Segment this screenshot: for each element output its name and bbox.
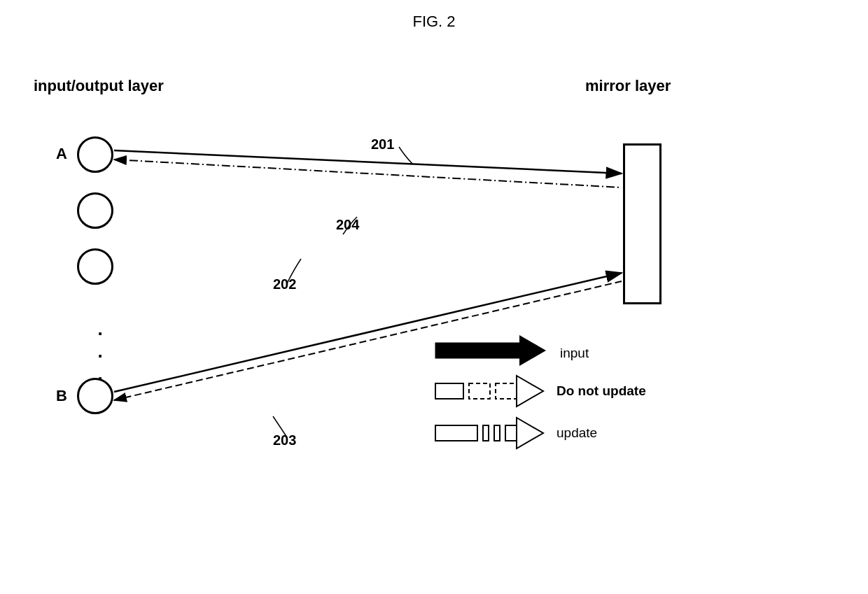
svg-text:input: input <box>560 346 589 360</box>
mirror-layer-rect <box>623 143 662 304</box>
svg-rect-9 <box>435 383 463 399</box>
label-202: 202 <box>273 276 296 292</box>
svg-rect-11 <box>496 383 517 399</box>
fig-title: FIG. 2 <box>412 13 455 31</box>
label-203: 203 <box>273 432 296 448</box>
svg-rect-14 <box>435 425 477 441</box>
svg-marker-7 <box>519 335 546 366</box>
svg-rect-6 <box>435 343 519 358</box>
diagram-container: FIG. 2 input/output layer mirror layer A… <box>0 0 868 594</box>
svg-text:update: update <box>556 425 597 440</box>
svg-rect-17 <box>505 425 517 441</box>
node-a-circle <box>77 136 113 173</box>
node-3-circle <box>77 248 113 285</box>
svg-line-2 <box>114 150 622 174</box>
svg-line-3 <box>114 160 622 188</box>
node-2-circle <box>77 192 113 229</box>
mirror-layer-label: mirror layer <box>585 77 671 95</box>
svg-rect-10 <box>469 383 490 399</box>
label-201: 201 <box>371 136 394 153</box>
svg-marker-12 <box>517 376 543 406</box>
svg-line-4 <box>114 273 622 392</box>
dots-label: ... <box>91 318 109 386</box>
node-b-label: B <box>56 387 67 405</box>
svg-rect-15 <box>483 425 489 441</box>
svg-line-5 <box>114 281 622 400</box>
svg-rect-16 <box>494 425 500 441</box>
svg-marker-18 <box>517 418 543 448</box>
label-204: 204 <box>336 217 359 233</box>
node-b-circle <box>77 378 113 414</box>
svg-text:Do not update: Do not update <box>556 383 646 398</box>
node-a-label: A <box>56 145 67 163</box>
input-output-layer-label: input/output layer <box>34 77 164 95</box>
